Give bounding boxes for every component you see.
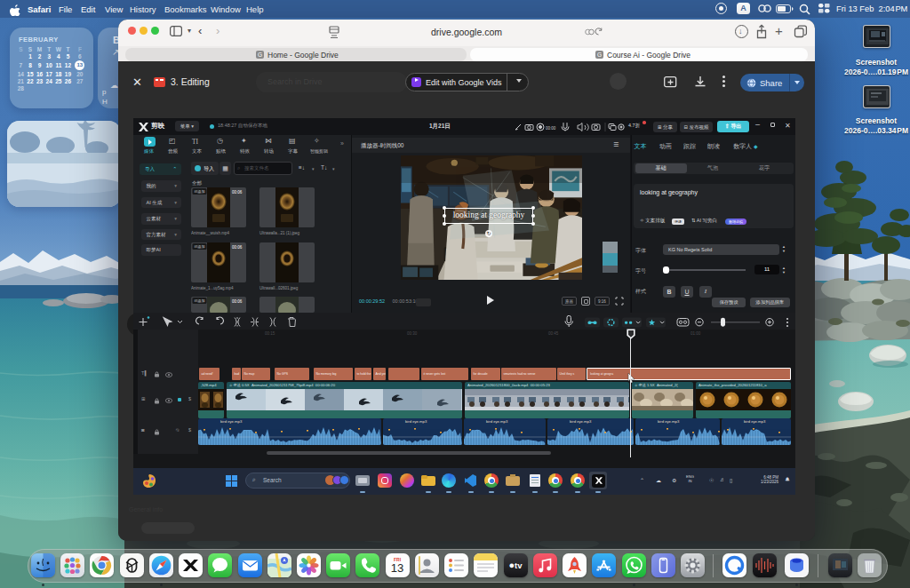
svg-text:00:00: 00:00 xyxy=(546,126,556,131)
svg-text:Ultrawalla...21 (1).jpeg: Ultrawalla...21 (1).jpeg xyxy=(259,231,300,235)
svg-text:00:06: 00:06 xyxy=(232,245,243,250)
svg-text:00:06: 00:06 xyxy=(232,190,243,195)
svg-text:Animate__wuish.mp4: Animate__wuish.mp4 xyxy=(191,231,230,235)
svg-text:Animate_1...uy5ag.mp4: Animate_1...uy5ag.mp4 xyxy=(191,286,234,290)
svg-text:Ultrawall...02601.jpeg: Ultrawall...02601.jpeg xyxy=(259,286,299,290)
svg-text:00:06: 00:06 xyxy=(232,299,243,304)
